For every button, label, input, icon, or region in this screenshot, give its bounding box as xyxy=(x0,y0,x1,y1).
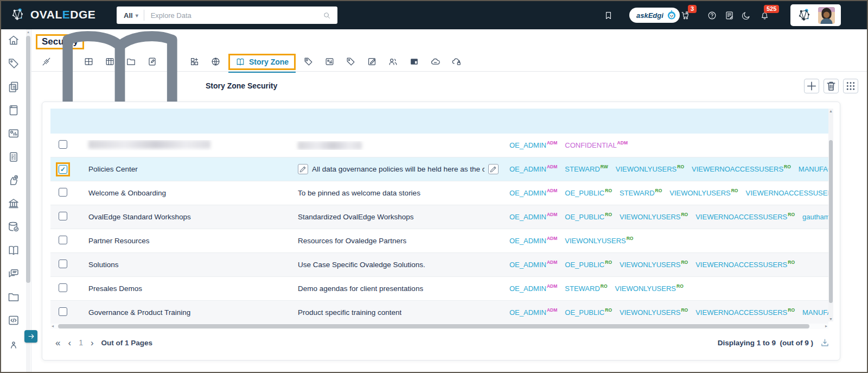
role-link[interactable]: VIEWERNOACCESSUSERSRO xyxy=(692,165,791,173)
role-link[interactable]: CONFIDENTIALADM xyxy=(565,141,628,149)
sidebar-expand-button[interactable] xyxy=(24,330,37,343)
row-checkbox[interactable] xyxy=(59,188,67,197)
story-zone-name[interactable]: Policies Center xyxy=(88,165,138,173)
tab-people[interactable] xyxy=(382,56,404,67)
role-link[interactable]: OE_PUBLICRO xyxy=(565,213,612,221)
edit-description-button[interactable] xyxy=(488,164,499,174)
role-link[interactable]: OE_ADMINADM xyxy=(509,285,557,293)
search-icon[interactable] xyxy=(323,11,331,20)
role-link[interactable]: STEWARDRO xyxy=(565,285,607,293)
tab-card-panel[interactable] xyxy=(404,56,425,67)
sidebar-item-notebook[interactable] xyxy=(7,104,20,117)
role-link[interactable]: VIEWERNOACCESSUSERSRO xyxy=(695,308,795,317)
row-checkbox[interactable]: ✓ xyxy=(59,165,67,174)
scroll-up-icon[interactable]: ▲ xyxy=(828,109,833,113)
role-link[interactable]: OE_ADMINADM xyxy=(509,261,557,269)
role-link[interactable]: OE_ADMINADM xyxy=(509,237,557,245)
story-zone-name[interactable]: Welcome & Onboarding xyxy=(88,189,166,197)
bookmark-icon[interactable] xyxy=(603,10,614,21)
role-link[interactable]: OE_ADMINADM xyxy=(509,141,557,149)
role-link[interactable]: gauthamRO xyxy=(802,213,828,221)
sidebar-item-approval-hand[interactable] xyxy=(7,174,20,187)
role-link[interactable]: OE_ADMINADM xyxy=(509,213,557,221)
vertical-scrollbar-thumb[interactable] xyxy=(829,140,833,303)
table-row[interactable]: Presales DemosDemo agendas for client pr… xyxy=(50,277,828,301)
role-link[interactable]: VIEWONLYUSERSRO xyxy=(620,213,688,221)
table-row[interactable]: SolutionsUse Case Specific Ovaledge Solu… xyxy=(50,253,828,277)
profile-area[interactable] xyxy=(790,4,841,26)
story-zone-name[interactable]: OvalEdge Standard Workshops xyxy=(88,213,191,221)
table-row[interactable]: Partner ResourcesResources for Ovaledge … xyxy=(50,229,828,253)
sidebar-item-glossary-book[interactable] xyxy=(7,244,20,257)
edit-description-button[interactable] xyxy=(298,164,308,174)
role-link[interactable]: VIEWERNOACCESSUSERSRO xyxy=(695,213,795,221)
role-link[interactable]: VIEWONLYUSERSRO xyxy=(615,285,684,293)
story-zone-name[interactable]: Presales Demos xyxy=(88,285,142,293)
sidebar-item-home[interactable] xyxy=(7,34,20,47)
download-icon[interactable] xyxy=(820,338,830,348)
tab-tag-badge[interactable] xyxy=(298,56,319,67)
tab-checkbox-edit[interactable] xyxy=(361,56,382,67)
table-row[interactable]: Welcome & OnboardingTo be pinned as welc… xyxy=(50,181,828,205)
sidebar-item-copy-docs[interactable] xyxy=(7,80,20,93)
release-notes-icon[interactable] xyxy=(724,10,735,21)
role-link[interactable]: VIEWONLYUSERSRO xyxy=(620,308,688,317)
row-checkbox[interactable] xyxy=(59,212,67,220)
sidebar-item-folder[interactable] xyxy=(7,290,20,304)
horizontal-scrollbar-thumb[interactable] xyxy=(58,324,809,328)
sidebar-item-antenna[interactable] xyxy=(7,337,20,350)
sidebar-item-database-check[interactable] xyxy=(7,220,20,233)
story-zone-name[interactable]: Solutions xyxy=(88,261,119,269)
role-link[interactable]: OE_ADMINADM xyxy=(509,189,557,197)
sidebar-item-clipboard-tasks[interactable] xyxy=(7,150,20,163)
table-row[interactable]: ✓Policies CenterAll data governance poli… xyxy=(50,157,828,181)
story-zone-name[interactable]: Partner Resources xyxy=(88,237,150,245)
next-page-button[interactable]: › xyxy=(91,338,94,347)
role-link[interactable]: STEWARDRW xyxy=(565,165,608,173)
delete-button[interactable] xyxy=(824,79,839,93)
role-link[interactable]: OE_PUBLICRO xyxy=(565,308,612,317)
user-avatar[interactable] xyxy=(818,7,835,24)
role-link[interactable]: OE_PUBLICRO xyxy=(565,189,612,197)
role-link[interactable]: VIEWONLYUSERSRO xyxy=(565,237,633,245)
tab-tag[interactable] xyxy=(340,56,361,67)
scroll-right-icon[interactable]: ▸ xyxy=(825,324,827,328)
sidebar-item-governance-bank[interactable] xyxy=(7,197,20,210)
role-link[interactable]: STEWARDRO xyxy=(620,189,662,197)
table-row[interactable]: Governance & Product TrainingProduct spe… xyxy=(50,301,828,324)
table-row[interactable]: OvalEdge Standard WorkshopsStandardized … xyxy=(50,205,828,229)
first-page-button[interactable]: « xyxy=(55,338,60,347)
row-checkbox[interactable] xyxy=(59,140,67,149)
grid-view-button[interactable] xyxy=(843,79,858,93)
table-vertical-scrollbar[interactable]: ▲ ▼ xyxy=(828,109,833,321)
role-link[interactable]: MANUFACTUR... xyxy=(799,165,828,173)
role-link[interactable]: VIEWERNOACCESSUSERSRO xyxy=(695,261,795,269)
sidebar-item-code-file[interactable] xyxy=(7,314,20,327)
row-checkbox[interactable] xyxy=(59,260,67,268)
help-icon[interactable] xyxy=(707,10,717,21)
tab-cloud[interactable] xyxy=(425,56,446,67)
table-horizontal-scrollbar[interactable]: ◂ ▸ xyxy=(50,324,828,329)
prev-page-button[interactable]: ‹ xyxy=(68,338,71,347)
add-button[interactable] xyxy=(804,79,819,93)
table-row[interactable]: OE_ADMINADMCONFIDENTIALADM xyxy=(50,134,828,157)
role-link[interactable]: VIEWERNOACCESSUSERSRO xyxy=(745,189,828,197)
scroll-down-icon[interactable]: ▼ xyxy=(828,317,833,321)
sidebar-scrollbar-thumb[interactable] xyxy=(26,36,30,283)
role-link[interactable]: VIEWONLYUSERSRO xyxy=(669,189,738,197)
role-link[interactable]: OE_ADMINADM xyxy=(509,165,557,173)
sidebar-item-tag[interactable] xyxy=(7,57,20,70)
ask-edgi-button[interactable]: askEdgi xyxy=(629,8,680,23)
role-link[interactable]: VIEWONLYUSERSRO xyxy=(620,261,688,269)
story-zone-name[interactable]: Governance & Product Training xyxy=(88,308,190,317)
role-link[interactable]: OE_ADMINADM xyxy=(509,308,557,317)
tab-cloud-lock[interactable] xyxy=(446,56,467,67)
row-checkbox[interactable] xyxy=(59,236,67,244)
sidebar-item-collaboration-chat[interactable] xyxy=(7,267,20,280)
role-link[interactable]: VIEWONLYUSERSRO xyxy=(616,165,684,173)
dark-mode-moon-icon[interactable] xyxy=(741,10,751,21)
row-checkbox[interactable] xyxy=(59,307,67,316)
role-link[interactable]: OE_PUBLICRO xyxy=(565,261,612,269)
role-link[interactable]: MANUFACTU... xyxy=(802,308,828,317)
scroll-left-icon[interactable]: ◂ xyxy=(52,324,54,328)
